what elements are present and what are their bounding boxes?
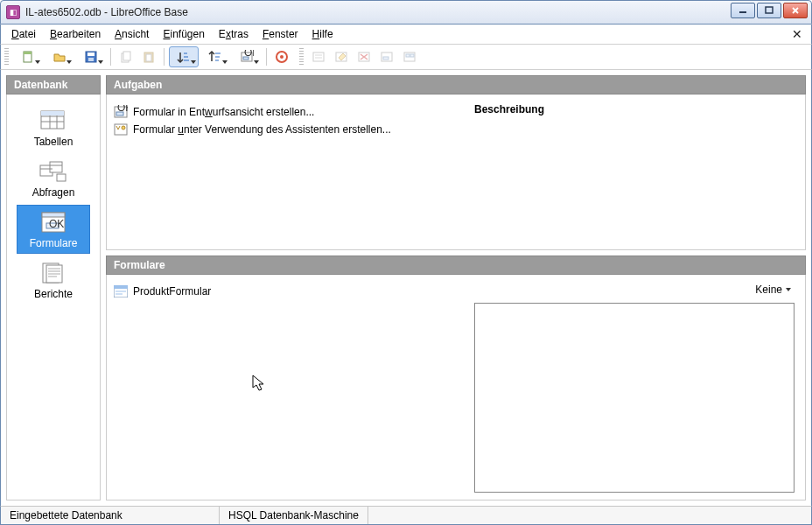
tasks-description: Beschreibung	[464, 94, 805, 249]
sidebar-item-label: Tabellen	[34, 136, 74, 148]
svg-rect-26	[313, 52, 324, 61]
sort-asc-button[interactable]	[169, 46, 199, 67]
forms-header: Formulare	[106, 256, 806, 275]
menu-fenster[interactable]: Fenster	[257, 26, 304, 42]
menubar: Datei Bearbeiten Ansicht Einfügen Extras…	[0, 24, 812, 44]
app-icon: ◧	[6, 5, 20, 19]
svg-rect-36	[406, 54, 410, 57]
toolbar-grip-2[interactable]	[299, 48, 304, 66]
svg-rect-50	[42, 213, 65, 217]
toolbar: OK	[0, 44, 812, 70]
statusbar: Eingebettete Datenbank HSQL Datenbank-Ma…	[0, 506, 812, 525]
sidebar-item-tabellen[interactable]: Tabellen	[17, 103, 90, 152]
minimize-button[interactable]	[731, 3, 755, 18]
tasks-body: OK Formular in Entwurfsansicht erstellen…	[106, 94, 806, 250]
tasks-list: OK Formular in Entwurfsansicht erstellen…	[107, 94, 464, 249]
sidebar-item-label: Berichte	[34, 288, 73, 300]
database-sidebar: Datenbank Tabellen Abfragen OK Formulare…	[6, 75, 101, 500]
table-icon	[39, 109, 67, 132]
chevron-down-icon	[786, 288, 791, 291]
svg-rect-5	[24, 52, 32, 54]
form-wizard-icon	[114, 122, 128, 136]
preview-box	[474, 303, 794, 493]
svg-rect-48	[57, 174, 66, 181]
svg-rect-65	[114, 285, 128, 289]
svg-text:OK: OK	[117, 105, 128, 114]
sidebar-item-berichte[interactable]: Berichte	[17, 256, 90, 304]
menu-datei[interactable]: Datei	[6, 26, 41, 42]
rename-form-button[interactable]	[376, 46, 397, 67]
maximize-button[interactable]	[757, 3, 781, 18]
svg-text:OK: OK	[244, 50, 254, 59]
toolbar-grip[interactable]	[4, 48, 9, 66]
svg-line-3	[793, 8, 798, 13]
form-item-icon	[114, 285, 128, 298]
tasks-header: Aufgaben	[106, 75, 806, 94]
sidebar-header: Datenbank	[6, 75, 101, 94]
forms-body: ProduktFormular Keine	[106, 275, 806, 500]
svg-rect-62	[115, 124, 127, 135]
menu-ansicht[interactable]: Ansicht	[109, 26, 154, 42]
svg-rect-34	[383, 57, 388, 60]
svg-point-63	[122, 126, 125, 130]
svg-rect-10	[123, 52, 130, 60]
sidebar-item-abfragen[interactable]: Abfragen	[17, 154, 90, 203]
svg-rect-12	[146, 54, 151, 61]
task-create-wizard[interactable]: Formular unter Verwendung des Assistente…	[114, 121, 457, 138]
svg-point-25	[280, 55, 284, 59]
sidebar-body: Tabellen Abfragen OK Formulare Berichte	[6, 94, 101, 500]
forms-panel: Formulare ProduktFormular Keine	[106, 256, 806, 500]
forms-list: ProduktFormular	[107, 275, 464, 500]
menu-bearbeiten[interactable]: Bearbeiten	[45, 26, 106, 42]
copy-button[interactable]	[116, 46, 136, 67]
form-icon: OK	[39, 211, 67, 234]
report-icon	[39, 262, 67, 284]
sort-desc-button[interactable]	[200, 46, 230, 67]
new-button[interactable]	[13, 46, 43, 67]
sidebar-item-formulare[interactable]: OK Formulare	[17, 205, 90, 254]
form-design-icon: OK	[114, 105, 128, 119]
status-db-engine: HSQL Datenbank-Maschine	[220, 507, 368, 524]
new-form-button[interactable]	[308, 46, 329, 67]
svg-rect-8	[88, 58, 94, 61]
close-document-button[interactable]: ✕	[788, 27, 806, 41]
query-icon	[39, 160, 67, 183]
forms-preview-area: Keine	[464, 275, 805, 500]
sidebar-item-label: Abfragen	[32, 186, 75, 199]
paste-button[interactable]	[138, 46, 159, 67]
task-create-design-view[interactable]: OK Formular in Entwurfsansicht erstellen…	[114, 103, 457, 121]
form-button[interactable]: OK	[232, 46, 262, 67]
menu-hilfe[interactable]: Hilfe	[307, 26, 339, 42]
menu-extras[interactable]: Extras	[214, 26, 254, 42]
svg-rect-1	[766, 7, 773, 13]
tasks-panel: Aufgaben OK Formular in Entwurfsansicht …	[106, 75, 806, 250]
svg-rect-45	[50, 162, 62, 172]
form-item-produktformular[interactable]: ProduktFormular	[114, 284, 457, 299]
task-label: Formular unter Verwendung des Assistente…	[133, 123, 391, 136]
delete-form-button[interactable]	[354, 46, 374, 67]
help-button[interactable]	[271, 46, 292, 67]
window-title: IL-ates6502.odb - LibreOffice Base	[25, 6, 188, 18]
form-item-label: ProduktFormular	[133, 285, 211, 298]
svg-rect-43	[41, 111, 64, 116]
open-form-button[interactable]	[399, 46, 420, 67]
menu-einfuegen[interactable]: Einfügen	[158, 26, 209, 42]
svg-rect-37	[410, 54, 414, 57]
client-area: Datenbank Tabellen Abfragen OK Formulare…	[0, 70, 812, 506]
svg-text:OK: OK	[49, 218, 64, 230]
preview-mode-dropdown[interactable]: Keine	[752, 282, 794, 298]
open-button[interactable]	[45, 46, 74, 67]
sidebar-item-label: Formulare	[30, 237, 78, 249]
close-button[interactable]	[783, 3, 808, 18]
window-buttons	[731, 3, 808, 18]
svg-rect-7	[88, 52, 94, 56]
preview-mode-label: Keine	[755, 284, 782, 296]
save-button[interactable]	[76, 46, 106, 67]
titlebar: ◧ IL-ates6502.odb - LibreOffice Base	[0, 0, 812, 24]
right-column: Aufgaben OK Formular in Entwurfsansicht …	[106, 75, 806, 500]
edit-form-button[interactable]	[331, 46, 352, 67]
status-embedded-db: Eingebettete Datenbank	[1, 507, 220, 524]
svg-line-2	[793, 8, 798, 13]
description-title: Beschreibung	[474, 103, 794, 116]
task-label: Formular in Entwurfsansicht erstellen...	[133, 106, 314, 118]
